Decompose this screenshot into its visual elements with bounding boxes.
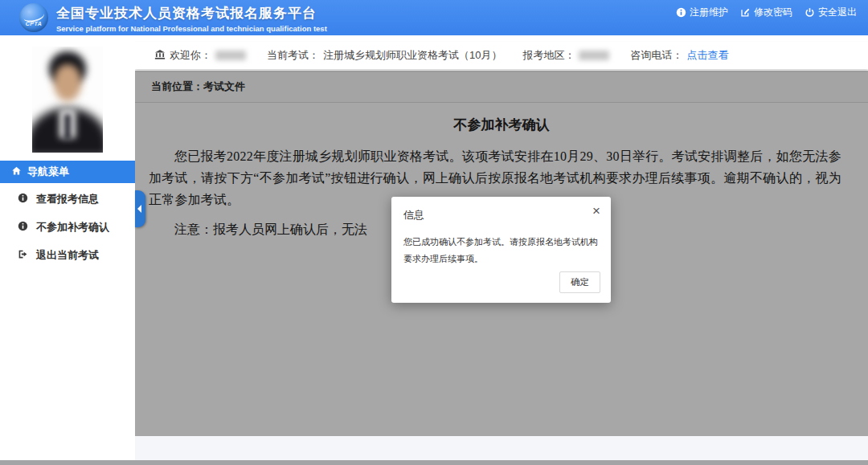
welcome-bar: 欢迎你： 当前考试： 注册城乡规划师职业资格考试（10月） 报考地区： 咨询电话… (135, 42, 868, 69)
sidebar-item-view-registration[interactable]: 查看报考信息 (0, 185, 135, 213)
exam-region-label: 报考地区： (522, 48, 575, 63)
change-password-link[interactable]: 修改密码 (740, 6, 792, 19)
info-dialog: 信息 × 您已成功确认不参加考试。请按原报名地考试机构要求办理后续事项。 确定 (391, 197, 611, 303)
change-password-label: 修改密码 (754, 6, 792, 19)
view-phone-link[interactable]: 点击查看 (686, 48, 728, 63)
sidebar-collapse-handle[interactable] (135, 190, 145, 227)
footer-strip (135, 436, 868, 460)
bottom-bar (0, 460, 868, 465)
nav-menu-header[interactable]: 导航菜单 (0, 161, 135, 183)
app-header: CPTA 全国专业技术人员资格考试报名服务平台 Service platform… (0, 0, 868, 35)
user-name-redacted (215, 51, 246, 60)
current-exam: 当前考试： 注册城乡规划师职业资格考试（10月） (267, 48, 502, 63)
welcome-label: 欢迎你： (170, 48, 211, 63)
sidebar-item-label: 不参加补考确认 (36, 220, 109, 235)
current-exam-label: 当前考试： (267, 48, 319, 63)
exam-region-redacted (579, 51, 609, 60)
nav-menu-label: 导航菜单 (27, 165, 69, 179)
safe-logout-link[interactable]: 安全退出 (805, 6, 857, 19)
register-maintain-label: 注册维护 (690, 6, 728, 19)
exam-region: 报考地区： (522, 48, 609, 63)
sidebar-item-label: 退出当前考试 (36, 248, 99, 263)
info-circle-icon (18, 221, 28, 234)
sidebar-item-no-makeup-confirm[interactable]: 不参加补考确认 (0, 213, 135, 241)
welcome-user: 欢迎你： (154, 48, 246, 63)
page-title: 全国专业技术人员资格考试报名服务平台 (56, 4, 327, 22)
edit-icon (740, 7, 751, 18)
sidebar-item-exit-exam[interactable]: 退出当前考试 (0, 241, 135, 269)
home-icon (11, 165, 22, 178)
header-links: 注册维护 修改密码 安全退出 (676, 0, 857, 24)
dialog-header: 信息 × (391, 197, 611, 222)
bank-icon (154, 49, 166, 63)
safe-logout-label: 安全退出 (818, 6, 857, 19)
page: CPTA 全国专业技术人员资格考试报名服务平台 Service platform… (0, 0, 868, 465)
sidebar-item-label: 查看报考信息 (36, 192, 99, 206)
logo-text: CPTA (19, 21, 48, 27)
current-exam-value: 注册城乡规划师职业资格考试（10月） (323, 48, 502, 63)
info-circle-icon (18, 193, 28, 206)
ok-button[interactable]: 确定 (559, 271, 600, 293)
content-panel: 当前位置：考试文件 不参加补考确认 您已报考2022年度注册城乡规划师职业资格考… (135, 71, 868, 436)
page-subtitle: Service platform for National Profession… (56, 24, 327, 33)
info-circle-icon (676, 7, 686, 18)
nav-list: 查看报考信息 不参加补考确认 退出当前考试 (0, 185, 135, 269)
close-icon[interactable]: × (592, 204, 600, 218)
sidebar: 导航菜单 查看报考信息 不参加补考确认 退出当前考试 (0, 35, 135, 460)
dialog-title: 信息 (403, 209, 424, 221)
consult-phone-label: 咨询电话： (630, 48, 682, 63)
photo-face (54, 64, 81, 101)
user-photo (32, 47, 103, 153)
register-maintain-link[interactable]: 注册维护 (676, 6, 728, 19)
logout-icon (18, 249, 28, 262)
photo-tie (64, 114, 71, 140)
dialog-message: 您已成功确认不参加考试。请按原报名地考试机构要求办理后续事项。 (391, 222, 611, 267)
power-icon (805, 7, 815, 18)
cpta-logo-icon: CPTA (19, 3, 48, 32)
title-block: 全国专业技术人员资格考试报名服务平台 Service platform for … (56, 4, 327, 33)
dialog-footer: 确定 (559, 271, 600, 293)
consult-phone: 咨询电话： 点击查看 (630, 48, 728, 63)
